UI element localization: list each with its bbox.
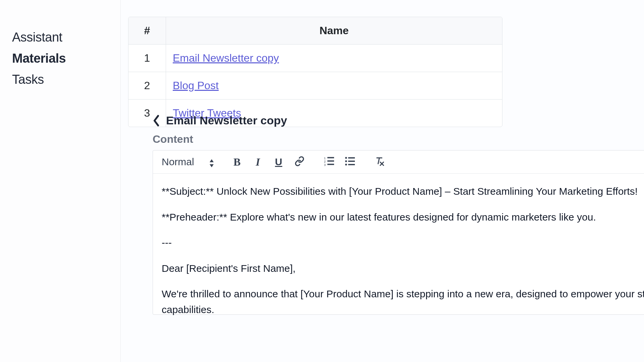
material-link-blog-post[interactable]: Blog Post [173,79,219,92]
sidebar: Assistant Materials Tasks [0,0,121,362]
format-select-label: Normal [162,156,194,168]
format-select[interactable]: Normal [162,156,214,168]
italic-button[interactable]: I [251,155,265,169]
detail-header: Email Newsletter copy [153,114,644,127]
unordered-list-icon [345,156,355,168]
table-header-name: Name [166,17,502,45]
svg-marker-1 [210,164,214,167]
italic-icon: I [256,156,260,168]
sidebar-item-tasks[interactable]: Tasks [12,69,108,90]
unordered-list-button[interactable] [343,155,357,169]
svg-rect-7 [327,164,334,165]
clear-format-button[interactable] [373,155,386,169]
svg-text:2: 2 [324,160,326,163]
svg-rect-11 [348,161,355,162]
table-row: 1 Email Newsletter copy [128,45,502,72]
svg-point-10 [345,160,347,162]
row-num: 1 [128,45,166,72]
svg-point-8 [345,157,347,159]
ordered-list-icon: 1 2 3 [324,156,334,168]
materials-table: # Name 1 Email Newsletter copy 2 Blog Po… [128,17,502,127]
bold-icon: B [233,156,240,168]
row-num: 2 [128,72,166,100]
underline-icon: U [275,156,282,168]
svg-text:3: 3 [324,163,326,166]
underline-button[interactable]: U [272,155,285,169]
editor-toolbar: Normal B I U [153,150,644,174]
table-header-row: # Name [128,17,502,45]
table-header-num: # [128,17,166,45]
ordered-list-button[interactable]: 1 2 3 [322,155,336,169]
rich-text-editor: Normal B I U [153,150,644,315]
editor-line: **Subject:** Unlock New Possibilities wi… [162,184,644,199]
svg-text:1: 1 [324,157,326,160]
editor-line: --- [162,235,644,251]
material-link-email-newsletter[interactable]: Email Newsletter copy [173,52,279,64]
row-name-cell: Email Newsletter copy [166,45,502,72]
svg-rect-13 [348,164,355,165]
back-icon[interactable] [153,115,160,127]
svg-marker-0 [210,159,214,162]
editor-line: We're thrilled to announce that [Your Pr… [162,286,644,317]
row-name-cell: Blog Post [166,72,502,100]
main-content: # Name 1 Email Newsletter copy 2 Blog Po… [121,0,644,362]
svg-rect-5 [327,161,334,162]
select-caret-icon [209,158,214,166]
bold-button[interactable]: B [230,155,244,169]
editor-line: **Preheader:** Explore what's new in our… [162,209,644,225]
sidebar-item-materials[interactable]: Materials [12,48,108,69]
toolbar-group-list: 1 2 3 [322,155,357,169]
sidebar-item-assistant[interactable]: Assistant [12,27,108,48]
section-label-content: Content [153,133,644,145]
link-button[interactable] [293,155,306,169]
svg-rect-3 [327,157,334,159]
toolbar-group-inline: B I U [230,155,306,169]
clear-format-icon [374,156,384,168]
detail-title: Email Newsletter copy [166,114,287,127]
detail-panel: Email Newsletter copy Content Normal [153,114,644,315]
editor-line: Dear [Recipient's First Name], [162,261,644,277]
app-root: Assistant Materials Tasks # Name 1 Email… [0,0,644,362]
table-row: 2 Blog Post [128,72,502,100]
link-icon [294,156,305,168]
toolbar-group-clear [373,155,386,169]
svg-rect-9 [348,157,355,159]
svg-point-12 [345,164,347,166]
editor-body[interactable]: **Subject:** Unlock New Possibilities wi… [153,174,644,314]
